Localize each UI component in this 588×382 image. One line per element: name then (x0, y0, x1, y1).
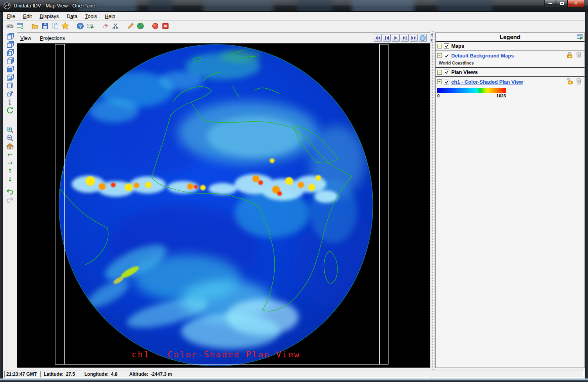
save-icon[interactable] (41, 22, 49, 30)
view-top-cube-icon[interactable] (5, 32, 15, 40)
globe-scene: ch1 - Color-Shaded Plan View (17, 43, 430, 368)
svg-text:?: ? (79, 23, 81, 28)
close-button[interactable]: ✕ (568, 0, 584, 7)
glass-reflection (352, 0, 414, 12)
altitude-value: -2447.3 m (150, 371, 172, 377)
maximize-button[interactable] (556, 0, 568, 7)
view-west-cube-icon[interactable] (5, 48, 15, 57)
view-bottom-cube-icon[interactable] (5, 73, 15, 81)
latitude-label: Latitude: (44, 371, 64, 377)
ch1-plan-view-link[interactable]: ch1 - Color-Shaded Plan View (451, 79, 523, 85)
globe-icon[interactable] (136, 22, 145, 30)
help-icon[interactable]: ? (76, 22, 84, 30)
view-north-cube-icon[interactable] (5, 40, 15, 48)
redo-icon[interactable] (5, 195, 15, 204)
glass-reflection (297, 0, 332, 12)
colorbar-max: 1023 (497, 93, 506, 98)
maps-section-label: Maps (451, 43, 464, 49)
menu-projections[interactable]: Projections (40, 35, 65, 41)
map-canvas[interactable]: ch1 - Color-Shaded Plan View (17, 43, 430, 368)
pan-right-icon[interactable]: → (5, 159, 15, 167)
view-toolbar: ← → ↑ ↓ (3, 31, 17, 370)
window-title: Unidata IDV - Map View - One Pane (14, 3, 95, 9)
step-back-icon[interactable] (383, 34, 391, 42)
collapse-default-maps-icon[interactable]: − (437, 53, 442, 58)
eraser-icon[interactable] (101, 22, 109, 30)
animation-properties-icon[interactable]: i (419, 34, 427, 42)
dashboard-icon[interactable] (5, 22, 14, 30)
menu-edit[interactable]: Edit (23, 13, 32, 19)
menu-file[interactable]: File (7, 13, 15, 19)
save-copy-icon[interactable] (51, 22, 59, 30)
collapse-ch1-icon[interactable]: − (437, 79, 442, 84)
zoom-in-icon[interactable] (5, 126, 15, 134)
play-icon[interactable] (392, 34, 400, 42)
delete-display-icon[interactable] (576, 78, 581, 86)
legend-panel: Legend − Maps − Default Background Maps (435, 32, 585, 368)
pencil-icon[interactable] (126, 22, 134, 30)
default-maps-checkbox[interactable] (444, 53, 449, 58)
go-to-start-icon[interactable] (374, 34, 382, 42)
favorites-star-icon[interactable] (61, 22, 70, 30)
glass-reflection (438, 0, 492, 12)
vertical-scale-icon[interactable] (5, 98, 15, 106)
pan-left-icon[interactable]: ← (5, 151, 15, 159)
undo-icon[interactable] (5, 187, 15, 195)
window-border (0, 12, 3, 378)
ch1-checkbox[interactable] (444, 79, 449, 84)
zoom-out-icon[interactable] (5, 134, 15, 142)
cursor-position-display: Latitude: 27.5 Longitude: 4.8 Altitude: … (40, 371, 430, 378)
app-icon (4, 2, 11, 9)
titlebar[interactable]: Unidata IDV - Map View - One Pane ✕ (0, 0, 588, 12)
auto-rotate-icon[interactable] (5, 106, 15, 114)
longitude-value: 4.8 (111, 371, 118, 377)
lock-open-icon[interactable] (567, 78, 573, 86)
colorbar[interactable] (437, 88, 506, 93)
menubar: File Edit Displays Data Tools Help (3, 12, 585, 21)
capture-record-icon[interactable] (151, 22, 159, 30)
menu-view[interactable]: View (20, 35, 31, 41)
altitude-label: Altitude: (129, 371, 148, 377)
minimize-button[interactable] (544, 0, 556, 7)
pan-up-icon[interactable]: ↑ (5, 167, 15, 175)
app-window: Unidata IDV - Map View - One Pane ✕ File… (0, 0, 588, 382)
delete-display-icon[interactable] (576, 52, 581, 59)
pan-down-icon[interactable]: ↓ (5, 175, 15, 183)
latitude-value: 27.5 (66, 371, 75, 377)
window-border (0, 378, 588, 382)
lock-closed-icon[interactable] (567, 52, 573, 59)
maps-checkbox[interactable] (444, 43, 449, 49)
collapse-right-icon[interactable] (431, 39, 433, 42)
exit-icon[interactable] (161, 22, 170, 30)
collapse-maps-icon[interactable]: − (437, 44, 442, 48)
longitude-label: Longitude: (84, 371, 109, 377)
animation-controls: i (374, 34, 427, 42)
perspective-box-icon[interactable] (5, 81, 15, 90)
open-folder-icon[interactable] (30, 22, 39, 30)
view-front-cube-icon[interactable] (5, 65, 15, 73)
clock-display: 21:23:47 GMT (4, 371, 39, 378)
splitter[interactable] (430, 31, 435, 370)
menu-data[interactable]: Data (67, 13, 77, 19)
view-east-cube-icon[interactable] (5, 57, 15, 65)
cut-scissors-icon[interactable] (111, 22, 120, 30)
world-coastlines-label: World Coastlines (436, 61, 584, 68)
legend-title: Legend (500, 34, 520, 40)
svg-text:i: i (422, 36, 424, 40)
plan-views-section-label: Plan Views (451, 69, 478, 75)
menu-tools[interactable]: Tools (85, 13, 97, 19)
collapse-left-icon[interactable] (431, 33, 433, 36)
float-legend-icon[interactable] (576, 34, 583, 41)
plan-views-checkbox[interactable] (444, 70, 449, 75)
go-to-end-icon[interactable] (410, 34, 418, 42)
home-icon[interactable] (5, 142, 15, 151)
colorbar-ticks: 0 1023 (437, 93, 506, 98)
rotate-view-cube-icon[interactable] (5, 90, 15, 98)
support-request-icon[interactable] (86, 22, 95, 30)
step-forward-icon[interactable] (401, 34, 409, 42)
default-background-maps-link[interactable]: Default Background Maps (451, 53, 514, 59)
new-window-icon[interactable] (16, 22, 24, 30)
menu-help[interactable]: Help (105, 13, 115, 19)
collapse-plan-views-icon[interactable]: − (437, 70, 442, 75)
menu-displays[interactable]: Displays (39, 13, 59, 19)
